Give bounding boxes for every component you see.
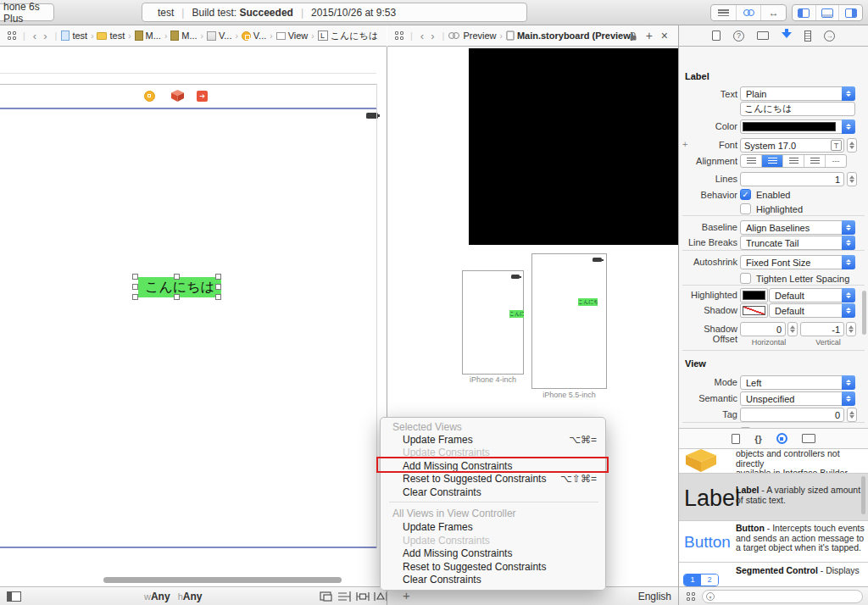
highlighted-color-popup[interactable]: Default [769,288,855,302]
menu-item-reset-to-suggested-all[interactable]: Reset to Suggested Constraints [403,561,597,574]
breadcrumb-scene[interactable]: V... [207,31,232,41]
library-grid-view-icon[interactable] [687,592,695,601]
back-button[interactable]: ‹ [33,30,36,42]
line-breaks-popup[interactable]: Truncate Tail [740,236,855,250]
breadcrumb-view-controller[interactable]: V... [242,31,267,41]
back-button[interactable]: ‹ [420,30,424,42]
breadcrumb-storyboard[interactable]: M... [135,31,161,41]
selection-handle[interactable] [174,294,180,300]
breadcrumb-storyboard-base[interactable]: M... [170,31,197,41]
help-inspector-icon[interactable]: ? [733,31,744,42]
autoshrink-popup[interactable]: Fixed Font Size [740,255,855,269]
media-library-icon[interactable] [802,434,815,443]
document-outline-toggle[interactable] [7,591,21,602]
storyboard-canvas[interactable]: ➔ こんにちは [0,47,387,586]
inspector-scrollbar[interactable] [862,291,866,335]
text-style-popup[interactable]: Plain [740,86,855,101]
view-controller-dock-icon[interactable] [144,91,155,102]
breadcrumb-preview-file[interactable]: Main.storyboard (Preview) [506,31,634,41]
breadcrumb-view[interactable]: View [276,31,309,41]
file-inspector-icon[interactable] [712,31,721,41]
breadcrumb-folder[interactable]: test [97,31,125,41]
font-field[interactable]: System 17.0 T [740,138,844,153]
selected-label[interactable]: こんにちは [138,277,221,297]
breadcrumb-preview[interactable]: Preview [463,31,496,41]
selection-handle[interactable] [174,274,180,280]
toggle-navigator-button[interactable] [793,5,816,20]
version-editor-button[interactable]: ↔ [761,5,786,20]
align-justified-segment[interactable] [804,155,826,167]
size-class-control[interactable]: wAny hAny [144,591,202,602]
menu-item-update-frames-all[interactable]: Update Frames [403,521,597,534]
selection-handle[interactable] [132,294,138,300]
menu-item-reset-to-suggested[interactable]: Reset to Suggested Constraints⌥⇧⌘= [403,473,597,486]
breadcrumb-project[interactable]: test [61,31,87,41]
align-button[interactable] [337,591,352,602]
selection-handle[interactable] [132,274,138,280]
shadow-offset-vertical-stepper[interactable] [846,322,856,336]
shadow-color-well[interactable] [740,303,768,318]
inspector-divider[interactable] [678,25,679,605]
label-text-field[interactable]: こんにちは [740,102,855,116]
selection-handle[interactable] [215,284,221,290]
assistant-editor-button[interactable] [737,5,762,20]
text-color-well[interactable] [740,119,855,134]
baseline-popup[interactable]: Align Baselines [740,220,855,235]
library-item-segmented-control[interactable]: 1 2 Segmented Control - Displays [679,563,868,586]
library-item-button[interactable]: Button Button - Intercepts touch events … [679,521,868,562]
highlighted-checkbox[interactable] [740,203,751,214]
size-inspector-icon[interactable] [804,31,811,42]
library-filter-field[interactable]: ▾ [702,590,863,603]
pin-button[interactable] [355,591,370,602]
selection-handle[interactable] [132,284,138,290]
menu-item-add-missing-constraints-all[interactable]: Add Missing Constraints [403,547,597,560]
file-template-library-icon[interactable] [732,434,740,444]
identity-inspector-icon[interactable] [757,31,769,40]
standard-editor-button[interactable] [711,5,737,20]
code-snippet-library-icon[interactable]: {} [754,434,762,444]
library-item-hidden-objects[interactable]: objects and controllers not directly ava… [679,449,868,473]
selection-handle[interactable] [215,274,221,280]
toggle-debug-area-button[interactable] [816,5,840,20]
shadow-offset-vertical-field[interactable]: -1 [800,322,844,336]
align-center-segment[interactable] [762,155,783,167]
tag-stepper[interactable] [847,408,857,422]
enabled-checkbox[interactable]: ✓ [740,189,751,200]
align-natural-segment[interactable]: --- [826,155,846,167]
tag-field[interactable]: 0 [740,408,844,422]
menu-item-clear-constraints[interactable]: Clear Constraints [403,486,597,499]
first-responder-dock-icon[interactable] [171,90,184,102]
selection-handle[interactable] [215,294,221,300]
object-library-icon[interactable] [776,433,787,444]
embed-in-stack-button[interactable] [319,591,334,602]
close-assistant-button[interactable]: × [661,29,668,42]
library-item-label[interactable]: Label Label - A variably sized amount of… [679,474,868,520]
library-scrollbar[interactable] [861,476,865,514]
shadow-offset-horizontal-stepper[interactable] [787,322,798,336]
semantic-popup[interactable]: Unspecified [740,391,855,406]
align-right-segment[interactable] [783,155,804,167]
font-size-stepper[interactable] [847,138,857,153]
menu-item-clear-constraints-all[interactable]: Clear Constraints [403,574,597,586]
attributes-inspector-icon[interactable] [782,29,792,43]
scheme-device-button[interactable]: hone 6s Plus [0,3,54,21]
related-items-icon[interactable] [395,31,403,40]
forward-button[interactable]: › [43,30,47,42]
connections-inspector-icon[interactable]: → [824,31,835,42]
align-left-segment[interactable] [741,155,762,167]
font-picker-icon[interactable]: T [831,140,842,151]
horizontal-scrollbar[interactable] [103,577,342,583]
add-assistant-button[interactable]: + [646,29,653,42]
shadow-color-popup[interactable]: Default [769,303,855,318]
forward-button[interactable]: › [431,30,434,42]
related-items-icon[interactable] [8,31,16,40]
highlighted-color-well[interactable] [740,288,768,302]
mode-popup[interactable]: Left [740,375,855,390]
lines-field[interactable]: 1 [740,172,844,186]
lines-stepper[interactable] [847,172,857,186]
toggle-utilities-button[interactable] [839,5,862,20]
exit-segue-dock-icon[interactable]: ➔ [197,91,208,102]
preview-language-button[interactable]: English [638,591,671,602]
shadow-offset-horizontal-field[interactable]: 0 [740,322,786,336]
lock-icon[interactable] [629,31,637,41]
